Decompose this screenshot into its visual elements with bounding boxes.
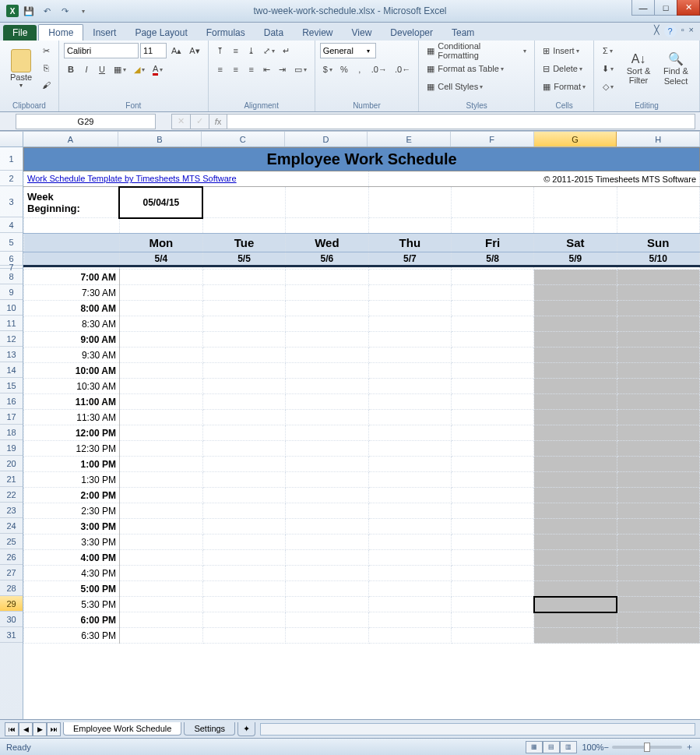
cell-H13[interactable] <box>617 348 699 363</box>
cell-D4[interactable] <box>286 218 368 234</box>
cell-D11[interactable] <box>286 316 368 332</box>
date-header-6[interactable]: 5/10 <box>617 252 699 266</box>
align-right-button[interactable]: ≡ <box>244 62 259 77</box>
cell-C14[interactable] <box>202 363 285 379</box>
day-header-mon[interactable]: Mon <box>119 234 202 252</box>
cell-G17[interactable] <box>534 410 617 425</box>
window-restore-icon[interactable]: ▫ <box>681 25 684 37</box>
cell-B26[interactable] <box>119 550 202 566</box>
cell-E15[interactable] <box>368 379 451 394</box>
delete-cells-button[interactable]: ⊟Delete <box>540 61 589 76</box>
cell-E28[interactable] <box>368 581 451 597</box>
row-header-28[interactable]: 28 <box>0 580 23 596</box>
row-header-31[interactable]: 31 <box>0 627 23 643</box>
cell-D13[interactable] <box>286 348 368 363</box>
cell-F9[interactable] <box>452 285 534 301</box>
row-header-23[interactable]: 23 <box>0 503 23 518</box>
cell-D22[interactable] <box>286 488 368 503</box>
sheet-tab-schedule[interactable]: Employee Work Schedule <box>63 722 181 736</box>
cell-D12[interactable] <box>286 332 368 348</box>
cell-G27[interactable] <box>534 566 617 581</box>
cell-C12[interactable] <box>202 332 285 348</box>
cell-B12[interactable] <box>119 332 202 348</box>
increase-decimal-button[interactable]: .0→ <box>368 62 390 77</box>
week-beginning-value[interactable]: 05/04/15 <box>119 187 202 218</box>
day-header-sun[interactable]: Sun <box>617 234 699 252</box>
zoom-slider[interactable] <box>612 746 682 749</box>
row-header-3[interactable]: 3 <box>0 186 23 217</box>
merge-center-button[interactable]: ▭ <box>291 62 310 77</box>
cell-G15[interactable] <box>534 379 617 394</box>
cell-H3[interactable] <box>617 187 699 218</box>
cell-E31[interactable] <box>368 628 451 644</box>
cell-B23[interactable] <box>119 503 202 519</box>
cell-F8[interactable] <box>452 270 534 285</box>
time-label-14[interactable]: 10:00 AM <box>24 363 120 379</box>
row-header-2[interactable]: 2 <box>0 171 23 186</box>
cell-G21[interactable] <box>534 472 617 488</box>
row-header-30[interactable]: 30 <box>0 612 23 627</box>
grow-font-button[interactable]: A▴ <box>168 43 185 58</box>
row-header-1[interactable]: 1 <box>0 147 23 171</box>
day-header-tue[interactable]: Tue <box>202 234 285 252</box>
cell-B14[interactable] <box>119 363 202 379</box>
row-header-29[interactable]: 29 <box>0 596 23 612</box>
cell-C30[interactable] <box>202 612 285 628</box>
cell-G10[interactable] <box>534 301 617 316</box>
align-left-button[interactable]: ≡ <box>213 62 227 77</box>
sheet-nav-prev[interactable]: ◀ <box>19 722 33 736</box>
cell-B18[interactable] <box>119 425 202 441</box>
row-header-16[interactable]: 16 <box>0 393 23 409</box>
cell-E14[interactable] <box>368 363 451 379</box>
time-label-13[interactable]: 9:30 AM <box>24 348 120 363</box>
row-header-26[interactable]: 26 <box>0 549 23 565</box>
align-top-button[interactable]: ⤒ <box>213 43 227 58</box>
row-header-4[interactable]: 4 <box>0 217 23 233</box>
cell-H16[interactable] <box>617 394 699 410</box>
row-header-22[interactable]: 22 <box>0 487 23 503</box>
cell-G4[interactable] <box>534 218 617 234</box>
cell-E4[interactable] <box>368 218 451 234</box>
formula-input[interactable] <box>227 114 695 129</box>
cell-H29[interactable] <box>617 597 699 612</box>
cell-B27[interactable] <box>119 566 202 581</box>
time-label-21[interactable]: 1:30 PM <box>24 472 120 488</box>
cell-D20[interactable] <box>286 457 368 472</box>
cell-B22[interactable] <box>119 488 202 503</box>
time-label-12[interactable]: 9:00 AM <box>24 332 120 348</box>
tab-view[interactable]: View <box>343 25 382 41</box>
cell-G30[interactable] <box>534 612 617 628</box>
cell-D30[interactable] <box>286 612 368 628</box>
qat-undo-icon[interactable]: ↶ <box>39 3 55 19</box>
cell-F26[interactable] <box>452 550 534 566</box>
cell-E22[interactable] <box>368 488 451 503</box>
cell-D25[interactable] <box>286 534 368 550</box>
cell-F22[interactable] <box>452 488 534 503</box>
cell-F16[interactable] <box>452 394 534 410</box>
cell-D10[interactable] <box>286 301 368 316</box>
cell-F4[interactable] <box>452 218 534 234</box>
row-header-14[interactable]: 14 <box>0 362 23 378</box>
row-header-11[interactable]: 11 <box>0 316 23 331</box>
cell-E12[interactable] <box>368 332 451 348</box>
cell-D18[interactable] <box>286 425 368 441</box>
name-box[interactable]: G29 <box>16 114 156 129</box>
cell-H27[interactable] <box>617 566 699 581</box>
cell-C18[interactable] <box>202 425 285 441</box>
cell-H31[interactable] <box>617 628 699 644</box>
cell-E8[interactable] <box>368 270 451 285</box>
cell-H8[interactable] <box>617 270 699 285</box>
time-label-10[interactable]: 8:00 AM <box>24 301 120 316</box>
align-middle-button[interactable]: ≡ <box>229 43 243 58</box>
font-size-input[interactable] <box>140 43 167 58</box>
cell-D16[interactable] <box>286 394 368 410</box>
cell-H9[interactable] <box>617 285 699 301</box>
cell-B10[interactable] <box>119 301 202 316</box>
column-header-F[interactable]: F <box>451 132 534 146</box>
border-button[interactable]: ▦ <box>111 62 129 77</box>
cell-G8[interactable] <box>534 270 617 285</box>
sheet-tab-new[interactable]: ✦ <box>237 722 255 736</box>
cell-G12[interactable] <box>534 332 617 348</box>
row-header-27[interactable]: 27 <box>0 565 23 580</box>
time-label-29[interactable]: 5:30 PM <box>24 597 120 612</box>
